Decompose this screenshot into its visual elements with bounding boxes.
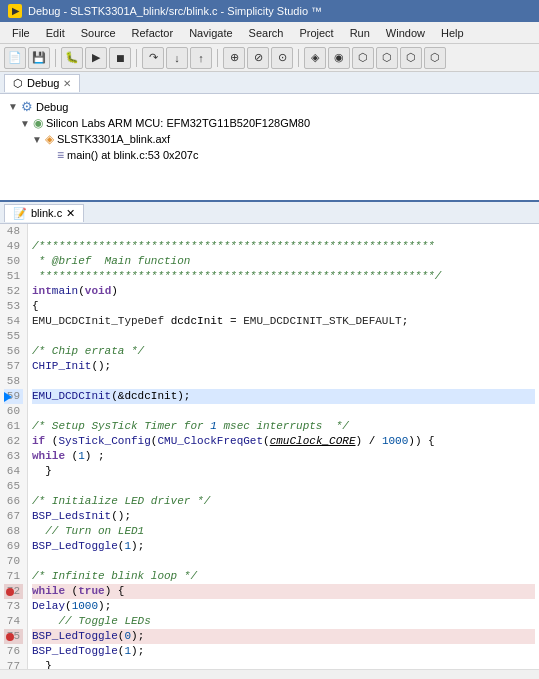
app-icon: ▶	[8, 4, 22, 18]
line-number-53: 53	[4, 299, 23, 314]
line-number-64: 64	[4, 464, 23, 479]
editor-tab-blink[interactable]: 📝 blink.c ✕	[4, 204, 84, 222]
editor-content[interactable]: 4849505152535455565758596061626364656667…	[0, 224, 539, 669]
menu-file[interactable]: File	[4, 25, 38, 41]
debug-tab-close[interactable]: ✕	[63, 78, 71, 89]
code-line-50: * @brief Main function	[32, 254, 535, 269]
menu-search[interactable]: Search	[241, 25, 292, 41]
code-line-58	[32, 374, 535, 389]
line-number-73: 73	[4, 599, 23, 614]
debug-tab-label: Debug	[27, 77, 59, 89]
toolbar-sep-4	[298, 49, 299, 67]
line-number-70: 70	[4, 554, 23, 569]
code-line-57: CHIP_Init();	[32, 359, 535, 374]
tree-root[interactable]: ▼ ⚙ Debug	[8, 98, 531, 115]
toolbar-btn-stepover[interactable]: ↷	[142, 47, 164, 69]
breakpoint-dot-75	[6, 633, 14, 641]
toolbar-btn-9[interactable]: ⬡	[352, 47, 374, 69]
toolbar-btn-8[interactable]: ◉	[328, 47, 350, 69]
tree-project-label: SLSTK3301A_blink.axf	[57, 133, 170, 145]
line-number-75: 75	[4, 629, 23, 644]
line-number-63: 63	[4, 449, 23, 464]
debug-arrow-indicator	[4, 392, 12, 402]
code-line-60	[32, 404, 535, 419]
toolbar-btn-7[interactable]: ◈	[304, 47, 326, 69]
toolbar-btn-6[interactable]: ⊙	[271, 47, 293, 69]
menu-bar: File Edit Source Refactor Navigate Searc…	[0, 22, 539, 44]
debug-panel: ⬡ Debug ✕ ▼ ⚙ Debug ▼ ◉ Silicon Labs ARM…	[0, 72, 539, 202]
toolbar-btn-save[interactable]: 💾	[28, 47, 50, 69]
line-number-62: 62	[4, 434, 23, 449]
line-number-49: 49	[4, 239, 23, 254]
toolbar-btn-stop[interactable]: ⏹	[109, 47, 131, 69]
tree-function[interactable]: ≡ main() at blink.c:53 0x207c	[8, 147, 531, 163]
line-number-76: 76	[4, 644, 23, 659]
line-number-52: 52	[4, 284, 23, 299]
line-number-67: 67	[4, 509, 23, 524]
tree-function-label: main() at blink.c:53 0x207c	[67, 149, 198, 161]
toolbar-btn-run[interactable]: ▶	[85, 47, 107, 69]
code-line-59: EMU_DCDCInit(&dcdcInit);	[32, 389, 535, 404]
code-line-55	[32, 329, 535, 344]
debug-tab[interactable]: ⬡ Debug ✕	[4, 74, 80, 92]
toolbar: 📄 💾 🐛 ▶ ⏹ ↷ ↓ ↑ ⊕ ⊘ ⊙ ◈ ◉ ⬡ ⬡ ⬡ ⬡	[0, 44, 539, 72]
line-number-60: 60	[4, 404, 23, 419]
menu-edit[interactable]: Edit	[38, 25, 73, 41]
code-line-76: BSP_LedToggle(1);	[32, 644, 535, 659]
toolbar-btn-stepinto[interactable]: ↓	[166, 47, 188, 69]
code-line-53: {	[32, 299, 535, 314]
tree-project[interactable]: ▼ ◈ SLSTK3301A_blink.axf	[8, 131, 531, 147]
toolbar-btn-12[interactable]: ⬡	[424, 47, 446, 69]
toolbar-btn-stepout[interactable]: ↑	[190, 47, 212, 69]
toolbar-sep-2	[136, 49, 137, 67]
line-number-57: 57	[4, 359, 23, 374]
menu-help[interactable]: Help	[433, 25, 472, 41]
line-number-65: 65	[4, 479, 23, 494]
code-line-52: int main(void)	[32, 284, 535, 299]
toolbar-btn-11[interactable]: ⬡	[400, 47, 422, 69]
code-line-70	[32, 554, 535, 569]
menu-project[interactable]: Project	[291, 25, 341, 41]
line-number-51: 51	[4, 269, 23, 284]
tree-arrow-root: ▼	[8, 101, 18, 112]
line-number-74: 74	[4, 614, 23, 629]
editor-tab-close[interactable]: ✕	[66, 207, 75, 220]
code-line-69: BSP_LedToggle(1);	[32, 539, 535, 554]
function-icon: ≡	[57, 148, 64, 162]
line-number-61: 61	[4, 419, 23, 434]
menu-refactor[interactable]: Refactor	[124, 25, 182, 41]
window-title: Debug - SLSTK3301A_blink/src/blink.c - S…	[28, 5, 322, 17]
line-number-69: 69	[4, 539, 23, 554]
toolbar-btn-debug[interactable]: 🐛	[61, 47, 83, 69]
code-line-63: while (1) ;	[32, 449, 535, 464]
device-icon: ◉	[33, 116, 43, 130]
code-line-56: /* Chip errata */	[32, 344, 535, 359]
toolbar-btn-5[interactable]: ⊘	[247, 47, 269, 69]
editor-tab-bar: 📝 blink.c ✕	[0, 202, 539, 224]
menu-source[interactable]: Source	[73, 25, 124, 41]
breakpoint-dot-72	[6, 588, 14, 596]
code-line-64: }	[32, 464, 535, 479]
debug-tab-bar: ⬡ Debug ✕	[0, 72, 539, 94]
code-line-49: /***************************************…	[32, 239, 535, 254]
toolbar-btn-1[interactable]: 📄	[4, 47, 26, 69]
toolbar-btn-10[interactable]: ⬡	[376, 47, 398, 69]
code-line-77: }	[32, 659, 535, 669]
tree-device[interactable]: ▼ ◉ Silicon Labs ARM MCU: EFM32TG11B520F…	[8, 115, 531, 131]
menu-run[interactable]: Run	[342, 25, 378, 41]
code-line-73: Delay(1000);	[32, 599, 535, 614]
tree-arrow-project: ▼	[32, 134, 42, 145]
code-area[interactable]: /***************************************…	[28, 224, 539, 669]
toolbar-btn-4[interactable]: ⊕	[223, 47, 245, 69]
debug-tab-icon: ⬡	[13, 77, 23, 90]
tree-device-label: Silicon Labs ARM MCU: EFM32TG11B520F128G…	[46, 117, 310, 129]
line-number-68: 68	[4, 524, 23, 539]
menu-window[interactable]: Window	[378, 25, 433, 41]
line-number-77: 77	[4, 659, 23, 669]
menu-navigate[interactable]: Navigate	[181, 25, 240, 41]
horizontal-scrollbar[interactable]	[0, 669, 539, 679]
code-line-67: BSP_LedsInit();	[32, 509, 535, 524]
code-line-75: BSP_LedToggle(0);	[32, 629, 535, 644]
code-line-72: while (true) {	[32, 584, 535, 599]
code-line-71: /* Infinite blink loop */	[32, 569, 535, 584]
